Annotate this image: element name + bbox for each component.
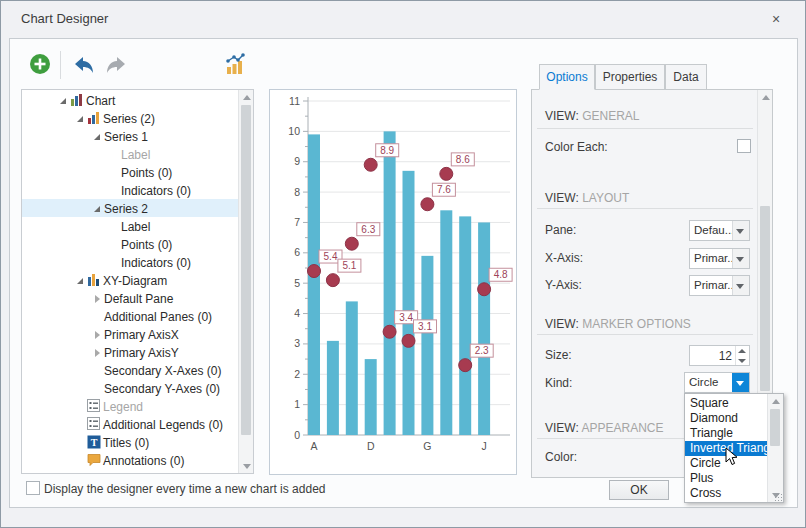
display-designer-checkbox[interactable]	[26, 481, 40, 495]
size-spinner[interactable]: 12	[689, 345, 750, 366]
expand-arrow-icon[interactable]	[92, 348, 104, 358]
chart-type-button[interactable]	[224, 53, 248, 77]
scatter-marker[interactable]	[459, 359, 472, 372]
collapse-arrow-icon[interactable]	[92, 204, 104, 214]
scroll-up-icon[interactable]	[758, 90, 772, 104]
tree-item-series-2[interactable]: Series (2)	[22, 109, 238, 127]
collapse-arrow-icon[interactable]	[75, 114, 87, 124]
tree-item-points-0[interactable]: Points (0)	[22, 163, 238, 181]
bar[interactable]	[346, 301, 358, 435]
scatter-marker[interactable]	[345, 237, 358, 250]
tree-item-points-0[interactable]: Points (0)	[22, 235, 238, 253]
scroll-up-icon[interactable]	[239, 90, 253, 104]
popup-resize-grip[interactable]	[774, 493, 782, 501]
bar[interactable]	[459, 216, 471, 435]
tree-item-series-2[interactable]: Series 2	[22, 199, 238, 217]
close-icon[interactable]: ×	[765, 9, 787, 29]
tree-item-indicators-0[interactable]: Indicators (0)	[22, 181, 238, 199]
collapse-arrow-icon[interactable]	[92, 132, 104, 142]
tree-item-default-pane[interactable]: Default Pane	[22, 289, 238, 307]
tree-item-label[interactable]: Label	[22, 217, 238, 235]
spin-up-icon[interactable]	[736, 346, 749, 356]
color-each-checkbox[interactable]	[737, 139, 751, 153]
legend-icon	[87, 417, 103, 431]
collapse-arrow-icon[interactable]	[58, 96, 70, 106]
pane-dropdown[interactable]: Defau...	[689, 220, 750, 241]
scatter-marker[interactable]	[478, 283, 491, 296]
tree-item-annotations-0[interactable]: Annotations (0)	[22, 451, 238, 469]
tree-item-label: XY-Diagram	[103, 274, 167, 288]
collapse-arrow-icon[interactable]	[75, 276, 87, 286]
tree-item-indicators-0[interactable]: Indicators (0)	[22, 253, 238, 271]
kind-option-plus[interactable]: Plus	[685, 471, 767, 486]
bar[interactable]	[478, 222, 490, 435]
tree-item-chart[interactable]: Chart	[22, 91, 238, 109]
plus-circle-icon	[29, 61, 51, 78]
section-header-general: VIEW: GENERAL	[545, 109, 640, 123]
tree-item-label: Secondary Y-Axes (0)	[104, 382, 220, 396]
scatter-marker[interactable]	[402, 334, 415, 347]
ok-button[interactable]: OK	[609, 480, 669, 500]
kind-option-square[interactable]: Square	[685, 396, 767, 411]
scatter-marker[interactable]	[326, 274, 339, 287]
series-icon	[87, 111, 103, 125]
tree-item-label: Default Pane	[104, 292, 173, 306]
color-each-label: Color Each:	[545, 140, 608, 154]
tree-item-secondary-y-axes-0[interactable]: Secondary Y-Axes (0)	[22, 379, 238, 397]
bar[interactable]	[327, 341, 339, 435]
tree-item-label: Label	[121, 148, 150, 162]
tree-item-secondary-x-axes-0[interactable]: Secondary X-Axes (0)	[22, 361, 238, 379]
add-chart-element-button[interactable]	[29, 53, 53, 77]
kind-option-triangle[interactable]: Triangle	[685, 426, 767, 441]
tree-item-series-1[interactable]: Series 1	[22, 127, 238, 145]
scatter-marker[interactable]	[383, 325, 396, 338]
tree-item-label[interactable]: Label	[22, 145, 238, 163]
tree-item-xy-diagram[interactable]: XY-Diagram	[22, 271, 238, 289]
tree-item-label: Indicators (0)	[121, 184, 191, 198]
scatter-marker[interactable]	[308, 265, 321, 278]
tree-item-legend[interactable]: Legend	[22, 397, 238, 415]
undo-button[interactable]	[73, 56, 97, 80]
chevron-down-icon[interactable]	[732, 276, 749, 295]
tab-properties[interactable]: Properties	[595, 64, 665, 90]
chevron-down-icon[interactable]	[732, 373, 749, 392]
kind-dropdown[interactable]: Circle	[684, 372, 750, 393]
redo-button[interactable]	[103, 56, 127, 80]
scatter-marker[interactable]	[440, 167, 453, 180]
tree-item-label: Indicators (0)	[121, 256, 191, 270]
tree-item-additional-panes-0[interactable]: Additional Panes (0)	[22, 307, 238, 325]
scroll-up-icon[interactable]	[768, 394, 783, 408]
tree-item-primary-axisy[interactable]: Primary AxisY	[22, 343, 238, 361]
options-scrollbar-thumb[interactable]	[760, 206, 770, 391]
point-label: 5.4	[324, 251, 338, 262]
scatter-marker[interactable]	[421, 198, 434, 211]
scatter-marker[interactable]	[364, 158, 377, 171]
spin-down-icon[interactable]	[736, 356, 749, 366]
chevron-down-icon[interactable]	[732, 249, 749, 268]
bar[interactable]	[384, 131, 396, 435]
popup-scrollbar-thumb[interactable]	[770, 409, 780, 446]
expand-arrow-icon[interactable]	[92, 294, 104, 304]
bar[interactable]	[440, 210, 452, 435]
bar[interactable]	[403, 171, 415, 435]
tab-data[interactable]: Data	[665, 64, 707, 90]
tree-item-titles-0[interactable]: TTitles (0)	[22, 433, 238, 451]
y-tick-label: 4	[294, 307, 300, 319]
kind-option-diamond[interactable]: Diamond	[685, 411, 767, 426]
bar[interactable]	[421, 256, 433, 435]
chevron-down-icon[interactable]	[732, 221, 749, 240]
expand-arrow-icon[interactable]	[92, 330, 104, 340]
x-axis-dropdown[interactable]: Primar...	[689, 248, 750, 269]
scroll-down-icon[interactable]	[239, 459, 253, 473]
tree-item-primary-axisx[interactable]: Primary AxisX	[22, 325, 238, 343]
bar[interactable]	[308, 134, 320, 435]
chart-preview-panel[interactable]: 01234567891011ADGJ5.45.16.38.93.43.17.68…	[269, 89, 517, 475]
tree-scrollbar[interactable]	[238, 90, 253, 473]
y-axis-dropdown[interactable]: Primar...	[689, 275, 750, 296]
bar[interactable]	[365, 359, 377, 435]
kind-option-cross[interactable]: Cross	[685, 486, 767, 501]
tab-options[interactable]: Options	[539, 64, 595, 90]
tree-scrollbar-thumb[interactable]	[241, 105, 251, 435]
popup-scrollbar[interactable]	[767, 394, 783, 502]
tree-item-additional-legends-0[interactable]: Additional Legends (0)	[22, 415, 238, 433]
